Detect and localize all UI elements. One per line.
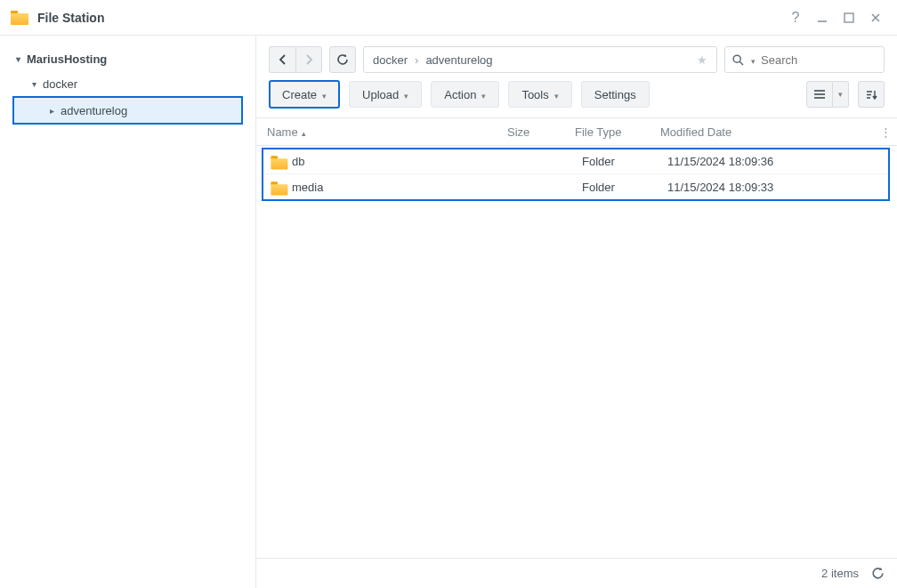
table-header: Name Size File Type Modified Date ⋮	[256, 117, 897, 146]
svg-rect-1	[844, 13, 853, 22]
file-type: Folder	[571, 155, 657, 168]
app-title: File Station	[37, 11, 104, 25]
favorite-star-icon[interactable]: ★	[697, 53, 707, 67]
svg-line-3	[739, 61, 743, 65]
col-size[interactable]: Size	[497, 125, 564, 139]
tree-root[interactable]: MariusHosting	[0, 46, 255, 71]
create-button[interactable]: Create	[269, 80, 340, 109]
status-text: 2 items	[821, 567, 859, 580]
chevron-down-icon	[481, 88, 486, 101]
upload-button[interactable]: Upload	[349, 81, 422, 108]
sort-asc-icon	[298, 125, 306, 139]
titlebar: File Station ?	[0, 0, 897, 36]
settings-button[interactable]: Settings	[581, 81, 650, 108]
col-menu-icon[interactable]: ⋮	[869, 125, 892, 139]
sort-button[interactable]	[858, 81, 885, 108]
search-box[interactable]	[724, 46, 885, 73]
back-button[interactable]	[269, 46, 295, 73]
folder-icon	[271, 181, 284, 192]
file-rows-highlight: db Folder 11/15/2024 18:09:36 media Fold…	[262, 148, 890, 201]
tools-button[interactable]: Tools	[508, 81, 571, 108]
view-mode-dropdown[interactable]: ▾	[833, 81, 849, 108]
col-date[interactable]: Modified Date	[650, 125, 869, 139]
caret-icon	[28, 79, 39, 89]
chevron-down-icon	[322, 88, 327, 101]
file-name: media	[292, 181, 323, 194]
file-type: Folder	[571, 181, 657, 194]
svg-point-2	[733, 55, 740, 62]
breadcrumb-separator-icon: ›	[415, 53, 418, 67]
table-row[interactable]: db Folder 11/15/2024 18:09:36	[263, 149, 888, 174]
col-type[interactable]: File Type	[564, 125, 650, 139]
chevron-down-icon	[404, 88, 408, 101]
breadcrumb-segment[interactable]: docker	[373, 53, 408, 67]
refresh-button[interactable]	[871, 567, 885, 580]
col-name[interactable]: Name	[256, 125, 497, 139]
search-input[interactable]	[761, 53, 897, 67]
breadcrumb-segment[interactable]: adventurelog	[425, 53, 492, 67]
help-button[interactable]: ?	[785, 7, 806, 28]
tree-item-docker[interactable]: docker	[0, 71, 255, 96]
action-button[interactable]: Action	[431, 81, 499, 108]
breadcrumb[interactable]: docker › adventurelog ★	[363, 46, 717, 73]
sidebar: MariusHosting docker adventurelog	[0, 36, 256, 588]
close-button[interactable]	[865, 7, 886, 28]
search-options-caret-icon[interactable]	[749, 53, 756, 67]
file-date: 11/15/2024 18:09:33	[657, 181, 888, 194]
caret-icon	[12, 54, 23, 64]
file-name: db	[292, 155, 304, 168]
table-row[interactable]: media Folder 11/15/2024 18:09:33	[263, 174, 888, 199]
maximize-button[interactable]	[838, 7, 860, 28]
minimize-button[interactable]	[812, 7, 833, 28]
chevron-down-icon	[554, 88, 559, 101]
view-mode-button[interactable]	[806, 81, 833, 108]
app-folder-icon	[11, 11, 28, 25]
reload-button[interactable]	[329, 46, 356, 73]
search-icon	[732, 54, 744, 66]
tree-item-adventurelog[interactable]: adventurelog	[14, 98, 241, 123]
file-date: 11/15/2024 18:09:36	[657, 155, 888, 168]
forward-button[interactable]	[295, 46, 322, 73]
caret-icon	[46, 106, 57, 116]
folder-icon	[271, 156, 284, 166]
